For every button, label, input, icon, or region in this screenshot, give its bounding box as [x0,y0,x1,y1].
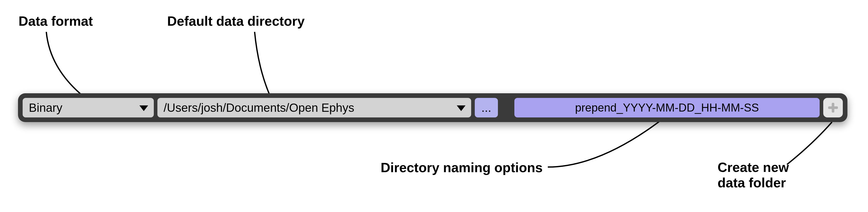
annotation-data-format: Data format [19,13,93,29]
annotation-create-folder-line2: data folder [717,175,786,190]
recording-toolbar: Binary /Users/josh/Documents/Open Ephys … [18,93,847,122]
directory-naming-pattern[interactable]: prepend_YYYY-MM-DD_HH-MM-SS [515,98,820,117]
data-directory-value: /Users/josh/Documents/Open Ephys [163,101,354,115]
browse-label: ... [482,101,491,115]
annotation-create-folder-line1: Create new [717,160,789,175]
annotation-create-folder: Create new data folder [717,160,789,191]
naming-pattern-value: prepend_YYYY-MM-DD_HH-MM-SS [575,101,759,114]
data-directory-dropdown[interactable]: /Users/josh/Documents/Open Ephys [157,98,471,117]
annotation-naming-options: Directory naming options [381,160,542,175]
annotation-default-directory: Default data directory [167,13,305,29]
browse-directory-button[interactable]: ... [475,98,498,117]
create-new-folder-button[interactable] [823,98,843,117]
data-format-dropdown[interactable]: Binary [23,98,154,117]
data-format-value: Binary [29,101,62,115]
